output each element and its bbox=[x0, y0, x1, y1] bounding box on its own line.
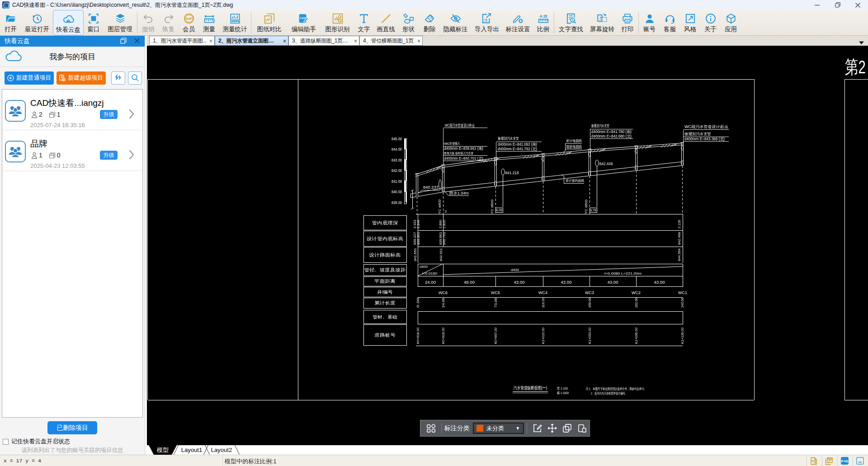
toolbar-button-apps[interactable]: 应用 bbox=[721, 10, 741, 35]
toolbar-button-label: 关于 bbox=[704, 26, 717, 33]
toolbar-separator bbox=[137, 12, 137, 33]
minimize-button[interactable] bbox=[807, 0, 827, 10]
toolbar-button-measure-stats[interactable]: 测量统计 bbox=[219, 10, 250, 35]
document-tab-4[interactable]: 4、管位横断面图_1页× bbox=[359, 36, 423, 46]
window-title: CAD快速看图 - C:\Users\liangzj\Desktop\conve… bbox=[12, 1, 233, 9]
hide-annot-icon bbox=[450, 13, 462, 24]
svg-text:道路桩号: 道路桩号 bbox=[374, 333, 396, 338]
export-pdf-icon[interactable]: PDF bbox=[809, 457, 818, 465]
undo-icon bbox=[142, 13, 154, 24]
toolbar-button-account[interactable]: 账号 bbox=[639, 10, 660, 35]
toolbar-button-style[interactable]: 风格 bbox=[680, 10, 700, 35]
cloud-icon bbox=[62, 13, 74, 25]
toolbar-button-undo[interactable]: 撤销 bbox=[138, 10, 158, 35]
toolbar-button-annot-settings[interactable]: 标注设置 bbox=[503, 10, 533, 35]
toolbar-button-layers[interactable]: 图层管理 bbox=[104, 10, 137, 35]
svg-text:接规划污水支管: 接规划污水支管 bbox=[497, 136, 519, 141]
pdf-to-dwg-icon[interactable]: P+D bbox=[840, 457, 849, 465]
close-button[interactable] bbox=[848, 0, 868, 10]
svg-text:设计管内底线: 设计管内底线 bbox=[566, 179, 584, 183]
toolbar-button-print[interactable]: 打印 bbox=[617, 10, 638, 35]
toolbar-button-compare[interactable]: 图纸对比 bbox=[252, 10, 287, 35]
toolbar-button-shape-recog[interactable]: 图形识别 bbox=[321, 10, 354, 35]
project-item[interactable]: CAD快速看...iangzj 2 1 升级 2025-07-24 16:35:… bbox=[2, 90, 142, 130]
chevron-right-icon[interactable] bbox=[128, 149, 134, 162]
toolbar-button-edit-assistant[interactable]: CAD编辑助手 bbox=[287, 10, 321, 35]
cloud-drive-panel: 快看云盘 我参与的项目 新建普通项目 新建超级项目 bbox=[0, 36, 145, 455]
tab-close-icon[interactable]: × bbox=[280, 38, 286, 44]
tab-close-icon[interactable]: × bbox=[207, 38, 212, 44]
deleted-projects-button[interactable]: 已删除项目 bbox=[47, 421, 97, 434]
upgrade-button[interactable]: 升级 bbox=[100, 151, 118, 160]
tab-close-icon[interactable]: × bbox=[415, 38, 420, 44]
copy-annotation-icon[interactable] bbox=[562, 423, 572, 433]
svg-text:d400mm E=841.780 (南): d400mm E=841.780 (南) bbox=[591, 129, 632, 134]
document-tab-3[interactable]: 3、道路纵断面图_1页…× bbox=[288, 36, 359, 46]
new-normal-project-button[interactable]: 新建普通项目 bbox=[5, 71, 54, 85]
toolbar-button-shape[interactable]: 形状 bbox=[398, 10, 419, 35]
batch-export-pdf-icon[interactable]: PDF bbox=[825, 457, 834, 465]
toolbar-separator bbox=[251, 12, 251, 33]
annotation-category-icon[interactable] bbox=[426, 423, 436, 433]
tab-close-icon[interactable]: × bbox=[351, 38, 357, 44]
svg-text:73.00: 73.00 bbox=[494, 298, 497, 308]
toolbar-button-redo[interactable]: 恢复 bbox=[158, 10, 179, 35]
svg-text:2.349: 2.349 bbox=[416, 220, 420, 228]
file-count: 1 bbox=[57, 111, 61, 118]
svg-text:24.00: 24.00 bbox=[425, 280, 436, 285]
toolbar-button-rotate[interactable]: 屏幕旋转 bbox=[587, 10, 617, 35]
toolbar-button-cloud[interactable]: 快看云盘 bbox=[53, 10, 84, 35]
toolbar-button-service[interactable]: 客服 bbox=[660, 10, 680, 35]
toolbar-button-window[interactable]: 窗口 bbox=[84, 10, 104, 35]
panel-float-icon[interactable] bbox=[120, 38, 127, 44]
edit-annotation-icon[interactable] bbox=[532, 423, 542, 433]
minimize-panel-icon[interactable] bbox=[855, 457, 864, 465]
toolbar-button-vip[interactable]: VIP会员 bbox=[179, 10, 199, 35]
import-export-icon bbox=[481, 13, 493, 24]
shape-icon bbox=[403, 13, 415, 24]
toolbar-button-text[interactable]: 文字 bbox=[354, 10, 374, 35]
layout-tab-Layout2[interactable]: Layout2 bbox=[207, 445, 236, 455]
toolbar-button-ratio[interactable]: A:B比例 bbox=[533, 10, 553, 35]
upgrade-button[interactable]: 升级 bbox=[100, 110, 118, 119]
drawing-canvas[interactable]: 第2845.00844.00843.00842.00841.00840.0083… bbox=[147, 46, 868, 445]
measure-stats-icon bbox=[229, 13, 241, 24]
svg-text:43.00: 43.00 bbox=[608, 280, 618, 285]
toolbar-button-import-export[interactable]: 导入导出 bbox=[471, 10, 503, 35]
toolbar-button-line[interactable]: 画直线 bbox=[374, 10, 398, 35]
toolbar-button-about[interactable]: 关于 bbox=[700, 10, 721, 35]
toolbar-button-find-text[interactable]: A文字查找 bbox=[555, 10, 587, 35]
svg-text:0.00: 0.00 bbox=[416, 298, 420, 308]
svg-text:累计长度: 累计长度 bbox=[374, 300, 396, 305]
annotation-category-select[interactable]: 未分类 ▼ bbox=[473, 423, 524, 434]
chevron-right-icon[interactable] bbox=[128, 109, 134, 121]
restore-button[interactable] bbox=[827, 0, 848, 10]
new-super-project-button[interactable]: 新建超级项目 bbox=[57, 71, 106, 85]
move-annotation-icon[interactable] bbox=[547, 423, 557, 433]
project-item[interactable]: 品牌 1 0 升级 2025-04-23 12:03:55 bbox=[2, 130, 142, 171]
remember-checkbox[interactable] bbox=[3, 439, 9, 445]
toolbar-button-label: 打开 bbox=[5, 26, 17, 33]
svg-text:843.00: 843.00 bbox=[392, 158, 402, 162]
dropdown-caret-icon: ▼ bbox=[515, 426, 520, 431]
panel-close-icon[interactable] bbox=[134, 38, 141, 44]
compare-icon bbox=[264, 13, 275, 24]
toolbar-button-erase[interactable]: 删除 bbox=[419, 10, 440, 35]
refresh-button[interactable] bbox=[111, 71, 125, 85]
toolbar-button-open[interactable]: 打开 bbox=[0, 10, 21, 35]
document-tab-1[interactable]: 1、雨污水管道平面图…× bbox=[149, 36, 215, 46]
toolbar-button-label: 标注设置 bbox=[506, 26, 530, 33]
paste-annotation-icon[interactable] bbox=[577, 423, 587, 433]
toolbar-button-hide-annot[interactable]: 隐藏标注 bbox=[440, 10, 471, 35]
layout-tab-模型[interactable]: 模型 bbox=[149, 445, 177, 455]
document-tab-2[interactable]: 2、雨污水管道立面图…× bbox=[215, 36, 288, 46]
project-avatar bbox=[5, 100, 26, 122]
toolbar-button-measure[interactable]: 测量 bbox=[199, 10, 219, 35]
search-button[interactable] bbox=[128, 71, 142, 85]
svg-text:i=0.0150: i=0.0150 bbox=[422, 271, 438, 276]
toolbar-separator bbox=[638, 12, 639, 33]
toolbar-button-label: 测量统计 bbox=[223, 26, 247, 33]
layout-tab-Layout1[interactable]: Layout1 bbox=[177, 445, 207, 455]
toolbar-button-recent[interactable]: 最近打开 bbox=[21, 10, 53, 35]
svg-text:WC6: WC6 bbox=[439, 290, 448, 295]
